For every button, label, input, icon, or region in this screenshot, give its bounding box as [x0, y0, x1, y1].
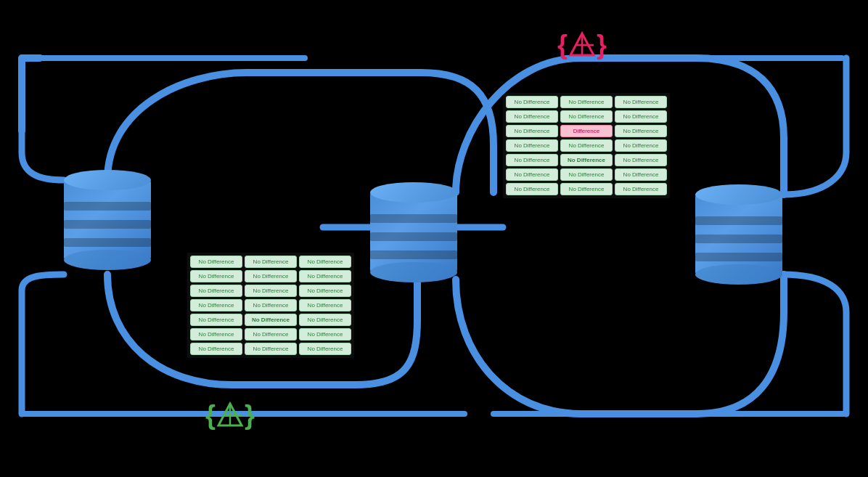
grid2-cell-3-2: No Difference — [615, 139, 667, 152]
db3-stripe-1 — [695, 216, 782, 225]
grid1-cell-3-0: No Difference — [190, 299, 242, 311]
grid2-cell-5-1: No Difference — [560, 168, 613, 181]
db2-stripe-2 — [370, 232, 457, 241]
prisma-logo-pink: { } — [557, 30, 607, 60]
grid2-cell-5-2: No Difference — [615, 168, 667, 181]
grid1-cell-4-2: No Difference — [299, 314, 351, 326]
grid2-cell-6-0: No Difference — [506, 183, 558, 195]
db3-stripe-3 — [695, 253, 782, 261]
grid2-cell-0-2: No Difference — [615, 96, 667, 108]
db1-bottom — [64, 250, 151, 270]
db3-bottom — [695, 264, 782, 285]
db1-stripe-1 — [64, 202, 151, 211]
brace-right-green: } — [245, 402, 255, 428]
grid2-cell-6-1: No Difference — [560, 183, 613, 195]
grid2-cell-1-0: No Difference — [506, 110, 558, 123]
prisma-logo-green: { } — [205, 401, 255, 430]
database-2 — [370, 192, 457, 272]
grid1-cell-5-0: No Difference — [190, 328, 242, 341]
grid2-cell-0-0: No Difference — [506, 96, 558, 108]
grid2-cell-6-2: No Difference — [615, 183, 667, 195]
brace-left-green: { — [205, 402, 216, 428]
prisma-triangle-green — [216, 401, 245, 430]
db2-body — [370, 192, 457, 272]
db3-body — [695, 195, 782, 274]
db1-body — [64, 180, 151, 260]
prisma-triangle-pink — [568, 30, 597, 60]
grid1-cell-6-2: No Difference — [299, 343, 351, 355]
comparison-grid-2: No DifferenceNo DifferenceNo DifferenceN… — [503, 93, 670, 198]
db1-stripe-2 — [64, 220, 151, 229]
grid1-cell-6-0: No Difference — [190, 343, 242, 355]
grid2-cell-4-2: No Difference — [615, 154, 667, 166]
scene: No DifferenceNo DifferenceNo DifferenceN… — [0, 0, 868, 477]
grid1-cell-0-0: No Difference — [190, 256, 242, 268]
grid1-cell-3-1: No Difference — [245, 299, 297, 311]
grid2-cell-4-1: No Difference — [560, 154, 613, 166]
db3-top — [695, 184, 782, 205]
grid1-cell-0-2: No Difference — [299, 256, 351, 268]
grid1-cell-6-1: No Difference — [245, 343, 297, 355]
grid2-cell-2-1: Difference — [560, 125, 613, 137]
comparison-grid-1: No DifferenceNo DifferenceNo DifferenceN… — [187, 253, 354, 358]
grid1-cell-5-1: No Difference — [245, 328, 297, 341]
database-3 — [695, 195, 782, 274]
grid2-cell-2-2: No Difference — [615, 125, 667, 137]
brace-left-pink: { — [557, 32, 568, 58]
grid1-cell-1-0: No Difference — [190, 270, 242, 282]
grid2-cell-3-1: No Difference — [560, 139, 613, 152]
brace-right-pink: } — [597, 32, 607, 58]
grid1-cell-1-1: No Difference — [245, 270, 297, 282]
grid1-cell-0-1: No Difference — [245, 256, 297, 268]
db2-stripe-1 — [370, 214, 457, 223]
db1-stripe-3 — [64, 238, 151, 247]
db2-bottom — [370, 262, 457, 282]
grid1-cell-2-0: No Difference — [190, 285, 242, 297]
db3-stripe-2 — [695, 235, 782, 243]
grid2-cell-3-0: No Difference — [506, 139, 558, 152]
db2-top — [370, 182, 457, 203]
grid1-cell-3-2: No Difference — [299, 299, 351, 311]
grid2-cell-1-2: No Difference — [615, 110, 667, 123]
grid2-cell-5-0: No Difference — [506, 168, 558, 181]
grid2-cell-4-0: No Difference — [506, 154, 558, 166]
grid1-cell-2-2: No Difference — [299, 285, 351, 297]
grid2-cell-2-0: No Difference — [506, 125, 558, 137]
grid1-cell-4-0: No Difference — [190, 314, 242, 326]
db2-stripe-3 — [370, 250, 457, 259]
grid1-cell-4-1: No Difference — [245, 314, 297, 326]
db1-top — [64, 170, 151, 190]
grid2-cell-1-1: No Difference — [560, 110, 613, 123]
grid1-cell-2-1: No Difference — [245, 285, 297, 297]
grid1-cell-5-2: No Difference — [299, 328, 351, 341]
grid1-cell-1-2: No Difference — [299, 270, 351, 282]
grid2-cell-0-1: No Difference — [560, 96, 613, 108]
database-1 — [64, 180, 151, 260]
